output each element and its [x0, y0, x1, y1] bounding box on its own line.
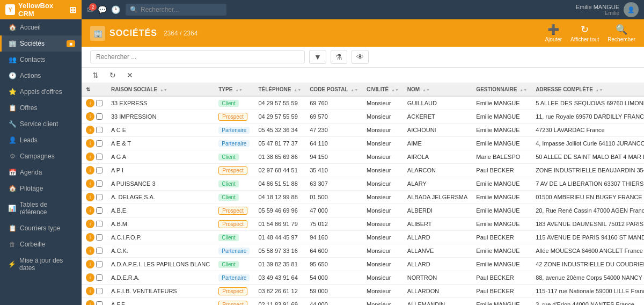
row-checkbox-3[interactable] [96, 140, 103, 147]
cell-civilite-11: Monsieur [362, 244, 403, 258]
cell-nom-10: ALLARD [403, 231, 472, 244]
grid-icon[interactable]: ⊞ [69, 5, 76, 15]
row-checkbox-13[interactable] [96, 274, 103, 281]
sidebar-item-offres[interactable]: 📋 Offres [0, 100, 82, 116]
col-telephone[interactable]: TÉLÉPHONE ▲▼ [254, 83, 305, 96]
row-detail-btn-13[interactable]: i [86, 273, 94, 282]
cell-adresse-11: Allée MOUESCA 64600 ANGLET France [531, 244, 644, 258]
cell-code-postal-14: 59 000 [305, 285, 362, 298]
cell-civilite-13: Monsieur [362, 271, 403, 285]
sidebar-item-tables-de-rfrence[interactable]: 📊 Tables de référence [0, 197, 82, 220]
cell-nom-9: ALIBERT [403, 217, 472, 231]
sidebar-item-appels-doffres[interactable]: ⭐ Appels d'offres [0, 84, 82, 100]
sidebar-label-1: Sociétés [20, 40, 45, 47]
clock-icon[interactable]: 🕐 [111, 5, 120, 14]
row-detail-btn-9[interactable]: i [86, 220, 94, 228]
row-detail-btn-15[interactable]: i [86, 300, 94, 305]
row-checkbox-5[interactable] [96, 167, 103, 173]
sidebar-nav-left-2: 👥 Contacts [8, 56, 45, 63]
show-all-button[interactable]: ↻ Afficher tout [570, 24, 599, 42]
sidebar-item-pilotage[interactable]: 🏠 Pilotage [0, 180, 82, 197]
cell-code-postal-13: 54 000 [305, 271, 362, 285]
row-detail-btn-11[interactable]: i [86, 246, 94, 255]
eye-button[interactable]: 👁 [352, 50, 369, 64]
sidebar-item-corbeille[interactable]: 🗑 Corbeille [0, 236, 82, 252]
sort-button[interactable]: ⇅ [90, 70, 101, 81]
cell-code-postal-4: 94 150 [305, 150, 362, 164]
col-gestionnaire[interactable]: GESTIONNAIRE ▲▼ [472, 83, 531, 96]
filter-button[interactable]: ▼ [309, 50, 326, 64]
sidebar-item-socits[interactable]: 🏢 Sociétés ■ [0, 35, 82, 52]
row-detail-btn-3[interactable]: i [86, 139, 94, 148]
row-checkbox-2[interactable] [96, 127, 103, 133]
col-raison-sociale[interactable]: RAISON SOCIALE ▲▼ [107, 83, 214, 96]
row-checkbox-8[interactable] [96, 207, 103, 214]
col-nom[interactable]: NOM ▲▼ [403, 83, 472, 96]
sidebar-item-actions[interactable]: 🕐 Actions [0, 68, 82, 84]
columns-button[interactable]: ✕ [125, 70, 135, 81]
topbar-user: Emilie MANGUE Emilie 👤 [576, 2, 639, 17]
col-code-postal[interactable]: CODE POSTAL ▲▼ [305, 83, 362, 96]
cell-gestionnaire-1: Emilie MANGUE [472, 110, 531, 124]
row-checkbox-7[interactable] [96, 194, 103, 200]
row-checkbox-11[interactable] [96, 248, 103, 254]
row-detail-btn-0[interactable]: i [86, 99, 94, 107]
sidebar-item-accueil[interactable]: 🏠 Accueil [0, 19, 82, 35]
table-row: i A P I Prospect 02 97 68 44 51 35 410 M… [82, 164, 644, 177]
sidebar-icon-0: 🏠 [8, 24, 17, 31]
cell-raison-sociale-8: A.B.E. [107, 204, 214, 217]
search-button[interactable]: 🔍 Rechercher [608, 24, 635, 42]
row-detail-btn-7[interactable]: i [86, 193, 94, 201]
cell-civilite-2: Monsieur [362, 124, 403, 137]
row-actions-13: i [82, 271, 107, 285]
row-detail-btn-6[interactable]: i [86, 179, 94, 188]
col-adresse[interactable]: ADRESSE COMPLÈTE ▲▼ [531, 83, 644, 96]
cell-gestionnaire-12: Emilie MANGUE [472, 258, 531, 271]
filter-funnel-button[interactable]: ⚗ [331, 50, 347, 64]
row-detail-btn-5[interactable]: i [86, 166, 94, 175]
col-civilite[interactable]: CIVILITÉ ▲▼ [362, 83, 403, 96]
topbar-search-input[interactable] [126, 4, 226, 16]
row-checkbox-12[interactable] [96, 261, 103, 267]
table-search-input[interactable] [90, 50, 305, 63]
row-detail-btn-2[interactable]: i [86, 126, 94, 134]
col-type[interactable]: TYPE ▲▼ [214, 83, 254, 96]
mail-icon[interactable]: ✉ 2 [87, 5, 93, 14]
row-checkbox-10[interactable] [96, 234, 103, 241]
row-checkbox-15[interactable] [96, 301, 103, 305]
refresh-button[interactable]: ↻ [107, 70, 118, 81]
sidebar-item-leads[interactable]: 👤 Leads [0, 132, 82, 148]
cell-civilite-9: Monsieur [362, 217, 403, 231]
sidebar-item-agenda[interactable]: 📅 Agenda [0, 164, 82, 180]
sidebar-icon-7: 👤 [8, 136, 17, 144]
sidebar-item-campagnes[interactable]: ⚙ Campagnes [0, 148, 82, 164]
sidebar-item-contacts[interactable]: 👥 Contacts [0, 52, 82, 68]
row-checkbox-6[interactable] [96, 180, 103, 187]
cell-nom-2: AICHOUNI [403, 124, 472, 137]
row-detail-btn-4[interactable]: i [86, 152, 94, 161]
add-button[interactable]: ➕ Ajouter [545, 24, 562, 42]
row-detail-btn-10[interactable]: i [86, 233, 94, 242]
app-name: YellowBox CRM [18, 2, 66, 18]
row-checkbox-9[interactable] [96, 221, 103, 227]
row-checkbox-1[interactable] [96, 113, 103, 120]
sidebar-item-service-client[interactable]: 🔧 Service client [0, 116, 82, 132]
row-detail-btn-1[interactable]: i [86, 112, 94, 121]
type-badge-15: Prospect [218, 301, 247, 306]
sidebar-item-mise--jour-des-dates[interactable]: ⚡ Mise à jour des dates [0, 252, 82, 276]
cell-adresse-10: 115 AVENUE DE PARIS 94160 ST MANDE Franc… [531, 231, 644, 244]
row-detail-btn-14[interactable]: i [86, 287, 94, 295]
app-logo[interactable]: Y YellowBox CRM ⊞ [0, 0, 82, 19]
type-badge-8: Prospect [218, 207, 247, 215]
row-detail-btn-8[interactable]: i [86, 206, 94, 215]
row-checkbox-0[interactable] [96, 100, 103, 106]
row-checkbox-4[interactable] [96, 154, 103, 160]
sidebar-icon-3: 🕐 [8, 72, 17, 79]
row-detail-btn-12[interactable]: i [86, 260, 94, 268]
row-actions-5: i [82, 164, 107, 177]
sidebar-item-courriers-type[interactable]: 📋 Courriers type [0, 220, 82, 236]
sidebar-label-11: Tables de référence [20, 201, 75, 216]
row-checkbox-14[interactable] [96, 288, 103, 294]
chat-icon[interactable]: 💬 [98, 5, 107, 14]
user-avatar[interactable]: 👤 [624, 2, 639, 17]
